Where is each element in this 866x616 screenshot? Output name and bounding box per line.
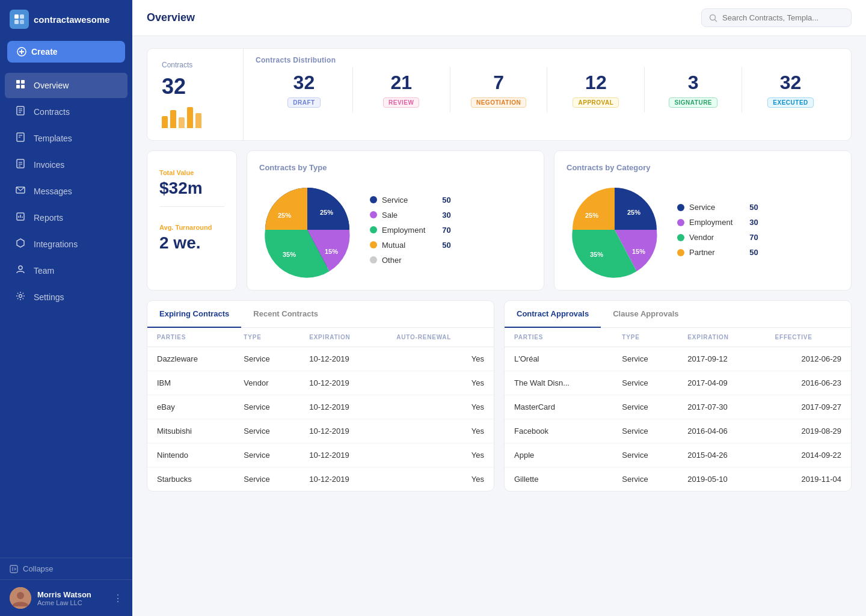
party-cell: Facebook <box>505 419 612 443</box>
contract-approvals-card: Contract Approvals Clause Approvals PART… <box>504 300 852 491</box>
legend-service-label: Service <box>382 196 408 205</box>
sidebar-item-reports-label: Reports <box>34 213 63 223</box>
legend-sale-val: 30 <box>430 211 450 220</box>
main-content: Overview Contracts 32 Contracts Distribu <box>132 0 866 616</box>
party-cell: Apple <box>505 443 612 467</box>
bar-5 <box>195 113 201 128</box>
effective-cell: 2012-06-29 <box>766 347 851 371</box>
table-row: eBay Service 10-12-2019 Yes <box>147 395 494 419</box>
svg-text:35%: 35% <box>283 251 296 258</box>
topbar: Overview <box>132 0 866 36</box>
avg-turnaround: 2 we. <box>159 233 224 253</box>
col-app-parties: PARTIES <box>505 328 612 347</box>
type-cell: Service <box>234 443 299 467</box>
legend-mutual-val: 50 <box>430 241 450 250</box>
table-row: Dazzleware Service 10-12-2019 Yes <box>147 347 494 371</box>
sidebar-item-contracts[interactable]: Contracts <box>5 99 127 125</box>
user-menu-button[interactable]: ⋮ <box>113 593 123 604</box>
sidebar-item-overview[interactable]: Overview <box>5 73 127 98</box>
approvals-table: PARTIES TYPE EXPIRATION EFFECTIVE L'Oréa… <box>505 328 851 491</box>
dist-draft-value: 32 <box>258 72 350 94</box>
type-cell: Service <box>234 347 299 371</box>
search-bar[interactable] <box>701 8 852 27</box>
bar-3 <box>179 117 185 128</box>
bar-chart <box>162 104 229 128</box>
table-row: Starbucks Service 10-12-2019 Yes <box>147 467 494 491</box>
dist-draft: 32 DRAFT <box>256 67 353 112</box>
expiration-cell: 2017-09-12 <box>678 347 765 371</box>
svg-text:35%: 35% <box>590 251 603 258</box>
tab-recent-contracts[interactable]: Recent Contracts <box>241 301 330 328</box>
cat-legend-vendor-label: Vendor <box>689 233 714 242</box>
dist-executed: 32 EXECUTED <box>742 67 839 112</box>
svg-rect-8 <box>21 80 25 84</box>
sidebar-item-team[interactable]: Team <box>5 258 127 283</box>
svg-point-29 <box>19 295 22 298</box>
expiration-cell: 10-12-2019 <box>299 467 387 491</box>
distribution-section: Contracts Distribution 32 DRAFT 21 REVIE… <box>244 49 851 140</box>
legend-sale: Sale 30 <box>370 211 451 220</box>
table-row: Gillette Service 2019-05-10 2019-11-04 <box>505 467 851 491</box>
create-button[interactable]: Create <box>7 41 125 63</box>
collapse-button[interactable]: Collapse <box>0 558 132 579</box>
expiration-cell: 2017-04-09 <box>678 371 765 395</box>
tab-expiring-contracts[interactable]: Expiring Contracts <box>147 301 241 328</box>
contracts-value: 32 <box>162 74 229 99</box>
sidebar-item-invoices-label: Invoices <box>34 160 64 170</box>
left-stats-card: Total Value $32m Avg. Turnaround 2 we. <box>147 150 237 291</box>
expiring-table: PARTIES TYPE EXPIRATION AUTO-RENEWAL Daz… <box>147 328 494 491</box>
dist-approval-badge: APPROVAL <box>573 97 619 108</box>
table-row: L'Oréal Service 2017-09-12 2012-06-29 <box>505 347 851 371</box>
svg-point-33 <box>17 592 24 599</box>
dist-approval: 12 APPROVAL <box>547 67 645 112</box>
sidebar-item-reports[interactable]: Reports <box>5 205 127 230</box>
messages-icon <box>14 185 26 197</box>
type-cell: Service <box>612 371 678 395</box>
col-expiration: EXPIRATION <box>299 328 387 347</box>
type-cell: Service <box>234 419 299 443</box>
svg-rect-2 <box>14 20 19 24</box>
dist-neg-value: 7 <box>453 72 545 94</box>
type-cell: Service <box>612 443 678 467</box>
avg-turnaround-block: Avg. Turnaround 2 we. <box>159 212 224 261</box>
cat-legend-partner: Partner 50 <box>677 248 758 257</box>
tab-clause-approvals[interactable]: Clause Approvals <box>601 301 690 328</box>
legend-sale-label: Sale <box>382 211 398 220</box>
legend-service: Service 50 <box>370 196 451 205</box>
settings-icon <box>14 291 26 303</box>
contracts-by-category-card: Contracts by Category 25% 15% 35% 25% <box>554 150 852 291</box>
type-cell: Service <box>612 467 678 491</box>
svg-rect-18 <box>17 159 24 168</box>
col-app-expiration: EXPIRATION <box>678 328 765 347</box>
auto-renewal-cell: Yes <box>387 395 494 419</box>
table-row: Mitsubishi Service 10-12-2019 Yes <box>147 419 494 443</box>
effective-cell: 2017-09-27 <box>766 395 851 419</box>
contracts-stat: Contracts 32 <box>147 49 244 140</box>
svg-rect-7 <box>16 80 20 84</box>
sidebar-item-messages[interactable]: Messages <box>5 179 127 204</box>
party-cell: Starbucks <box>147 467 234 491</box>
sidebar-item-contracts-label: Contracts <box>34 107 70 117</box>
svg-rect-30 <box>10 565 17 573</box>
sidebar-item-settings-label: Settings <box>34 292 64 302</box>
by-category-title: Contracts by Category <box>567 163 839 172</box>
legend-service-val: 50 <box>430 196 450 205</box>
contracts-label: Contracts <box>162 61 229 69</box>
dist-exec-value: 32 <box>745 72 837 94</box>
team-icon <box>14 265 26 277</box>
col-app-effective: EFFECTIVE <box>766 328 851 347</box>
party-cell: Nintendo <box>147 443 234 467</box>
expiration-cell: 2015-04-26 <box>678 443 765 467</box>
auto-renewal-cell: Yes <box>387 347 494 371</box>
sidebar-item-settings[interactable]: Settings <box>5 285 127 310</box>
tab-contract-approvals[interactable]: Contract Approvals <box>505 301 601 328</box>
search-input[interactable] <box>722 13 831 22</box>
cat-legend-vendor: Vendor 70 <box>677 233 758 242</box>
auto-renewal-cell: Yes <box>387 419 494 443</box>
sidebar-item-templates[interactable]: Templates <box>5 126 127 151</box>
search-icon <box>709 14 717 22</box>
sidebar-item-integrations[interactable]: Integrations <box>5 232 127 257</box>
sidebar-item-invoices[interactable]: Invoices <box>5 152 127 177</box>
legend-other: Other <box>370 256 451 265</box>
svg-rect-1 <box>20 14 24 19</box>
